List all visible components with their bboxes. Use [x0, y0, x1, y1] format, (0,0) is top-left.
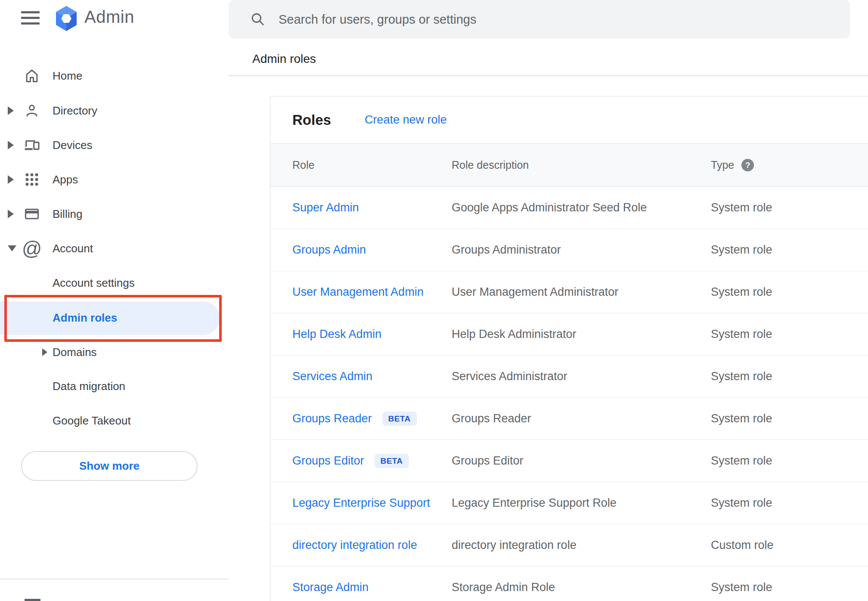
table-row[interactable]: Legacy Enterprise Support Legacy Enterpr… — [270, 482, 868, 524]
expand-arrow-icon[interactable] — [8, 141, 14, 149]
role-type: System role — [711, 454, 868, 468]
sidebar-item-apps[interactable]: Apps — [0, 162, 229, 197]
role-description: Groups Reader — [452, 412, 711, 425]
help-icon[interactable] — [741, 159, 754, 171]
role-link[interactable]: Groups Admin — [292, 243, 366, 257]
sidebar-item-billing[interactable]: Billing — [0, 197, 229, 231]
role-link[interactable]: Services Admin — [292, 370, 372, 383]
breadcrumb: Admin roles — [252, 52, 316, 66]
admin-logo-icon[interactable] — [55, 6, 78, 31]
roles-card-header: Roles Create new role — [270, 96, 868, 144]
sidebar-item-label: Home — [53, 69, 82, 83]
column-header-role: Role — [292, 159, 452, 171]
role-link[interactable]: Help Desk Admin — [292, 328, 381, 341]
role-type: System role — [711, 201, 868, 214]
role-description: User Management Administrator — [452, 285, 711, 299]
sidebar-item-data-migration[interactable]: Data migration — [0, 369, 229, 403]
devices-icon — [22, 136, 41, 154]
sidebar-item-label: Account settings — [53, 276, 135, 290]
role-type: System role — [711, 243, 868, 257]
role-link[interactable]: Groups Editor — [292, 454, 364, 468]
table-row[interactable]: Services Admin Services Administrator Sy… — [270, 356, 868, 398]
table-row[interactable]: Groups Editor BETA Groups Editor System … — [270, 440, 868, 482]
sidebar-item-label: Billing — [53, 208, 82, 221]
create-new-role-link[interactable]: Create new role — [365, 113, 447, 127]
person-icon — [22, 102, 41, 119]
role-link[interactable]: Storage Admin — [292, 581, 369, 594]
menu-bar — [21, 17, 40, 19]
expand-arrow-icon[interactable] — [8, 210, 14, 218]
role-description: Help Desk Administrator — [452, 328, 711, 341]
role-type: System role — [711, 496, 868, 510]
sidebar-item-label: Admin roles — [53, 311, 117, 325]
role-description: Groups Editor — [452, 454, 711, 468]
app-title: Admin — [84, 7, 134, 27]
expand-arrow-icon[interactable] — [8, 175, 14, 184]
roles-card: Roles Create new role Role Role descript… — [270, 96, 868, 601]
sidebar-item-label: Directory — [53, 104, 97, 118]
breadcrumb-divider — [229, 75, 868, 76]
table-row[interactable]: Super Admin Google Apps Administrator Se… — [270, 187, 868, 229]
role-link[interactable]: User Management Admin — [292, 285, 424, 299]
collapse-arrow-icon[interactable] — [8, 245, 16, 251]
search-bar — [229, 0, 850, 38]
sidebar-item-domains[interactable]: Domains — [0, 335, 229, 369]
role-type: Custom role — [711, 539, 868, 552]
beta-badge: BETA — [382, 412, 417, 426]
role-type: System role — [711, 412, 868, 425]
table-row[interactable]: directory integration role directory int… — [270, 524, 868, 567]
sidebar-item-home[interactable]: Home — [0, 59, 229, 93]
sidebar-item-label: Domains — [53, 346, 97, 359]
expand-arrow-icon[interactable] — [8, 106, 14, 115]
billing-card-icon — [22, 206, 41, 222]
sidebar-item-label: Apps — [53, 173, 78, 186]
apps-grid-icon — [22, 171, 41, 188]
role-type: System role — [711, 370, 868, 383]
role-description: Services Administrator — [452, 370, 711, 383]
sidebar-item-directory[interactable]: Directory — [0, 93, 229, 128]
column-header-type-label: Type — [711, 159, 734, 171]
partially-visible-icon — [25, 599, 40, 601]
table-header-row: Role Role description Type — [270, 144, 868, 187]
home-icon — [22, 68, 41, 84]
role-description: Storage Admin Role — [452, 581, 711, 594]
menu-bar — [21, 11, 40, 13]
role-link[interactable]: Legacy Enterprise Support — [292, 496, 430, 510]
sidebar-item-label: Devices — [53, 139, 92, 152]
search-icon — [250, 12, 265, 26]
sidebar-item-devices[interactable]: Devices — [0, 128, 229, 162]
sidebar-item-admin-roles[interactable]: Admin roles — [0, 300, 229, 335]
table-row[interactable]: Help Desk Admin Help Desk Administrator … — [270, 313, 868, 356]
table-row[interactable]: Groups Admin Groups Administrator System… — [270, 229, 868, 271]
role-description: Legacy Enterprise Support Role — [452, 496, 711, 510]
menu-bar — [21, 22, 40, 25]
sidebar: Admin Home Directory Devi — [0, 0, 229, 601]
menu-icon[interactable] — [21, 11, 40, 25]
sidebar-item-google-takeout[interactable]: Google Takeout — [0, 403, 229, 438]
table-row[interactable]: User Management Admin User Management Ad… — [270, 271, 868, 313]
sidebar-bottom-divider — [0, 579, 229, 579]
sidebar-item-label: Data migration — [53, 380, 125, 393]
column-header-description: Role description — [452, 159, 711, 171]
show-more-button[interactable]: Show more — [21, 451, 198, 481]
sidebar-item-account[interactable]: Account — [0, 231, 229, 266]
role-link[interactable]: Groups Reader — [292, 412, 372, 425]
role-type: System role — [711, 285, 868, 299]
role-type: System role — [711, 581, 868, 594]
role-description: directory integration role — [452, 539, 711, 552]
column-header-type: Type — [711, 159, 868, 171]
expand-arrow-icon[interactable] — [42, 348, 47, 356]
sidebar-item-label: Account — [53, 242, 93, 255]
card-title: Roles — [292, 112, 331, 128]
table-row[interactable]: Storage Admin Storage Admin Role System … — [270, 567, 868, 601]
role-description: Google Apps Administrator Seed Role — [452, 201, 711, 214]
sidebar-item-label: Google Takeout — [53, 414, 131, 428]
at-icon — [22, 239, 41, 258]
role-type: System role — [711, 328, 868, 341]
table-row[interactable]: Groups Reader BETA Groups Reader System … — [270, 398, 868, 440]
search-input[interactable] — [278, 0, 818, 39]
role-link[interactable]: directory integration role — [292, 539, 417, 552]
role-description: Groups Administrator — [452, 243, 711, 257]
sidebar-item-account-settings[interactable]: Account settings — [0, 266, 229, 300]
role-link[interactable]: Super Admin — [292, 201, 359, 214]
